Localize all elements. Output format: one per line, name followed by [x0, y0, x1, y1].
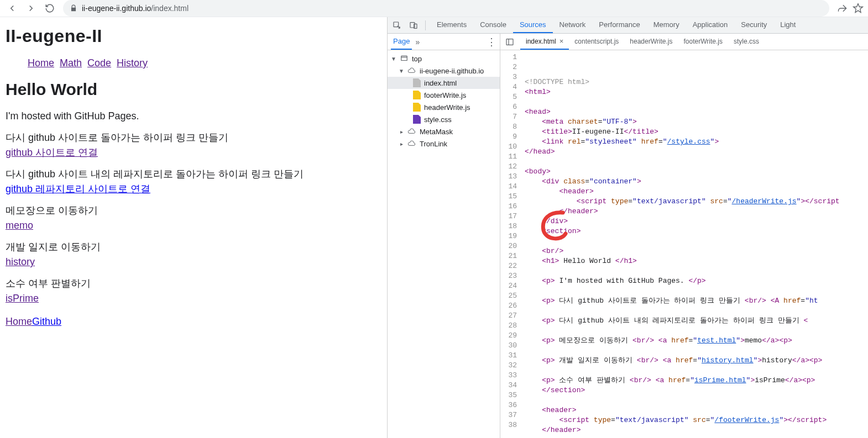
- tree-file-label: footerWrite.js: [424, 91, 466, 99]
- nav-link-history[interactable]: History: [117, 57, 148, 68]
- editor-tab[interactable]: index.html×: [520, 34, 569, 50]
- tree-extension[interactable]: ▸TronLink: [388, 138, 500, 150]
- device-icon[interactable]: [406, 19, 421, 32]
- navigator-more-icon[interactable]: »: [415, 38, 420, 46]
- file-icon: [413, 78, 421, 87]
- tree-domain[interactable]: ▼ ii-eugene-ii.github.io: [388, 65, 500, 77]
- page-nav: HomeMathCodeHistory: [28, 57, 381, 69]
- section-text: 개발 일지로 이동하기history: [6, 240, 381, 270]
- tree-extension[interactable]: ▸MetaMask: [388, 125, 500, 138]
- url-text: ii-eugene-ii.github.io/index.html: [82, 4, 823, 13]
- lock-icon: [70, 4, 77, 12]
- editor-tab[interactable]: footerWrite.js: [678, 34, 728, 50]
- back-button[interactable]: [4, 1, 20, 16]
- cloud-icon: [407, 127, 416, 136]
- svg-rect-4: [506, 39, 513, 45]
- sources-navigator: Page » ⋮ ▼ top ▼: [388, 34, 500, 438]
- frame-icon: [400, 54, 409, 63]
- devtools-tab-light[interactable]: Light: [773, 17, 802, 33]
- tree-top[interactable]: ▼ top: [388, 52, 500, 65]
- inspect-icon[interactable]: [390, 19, 404, 32]
- address-bar[interactable]: ii-eugene-ii.github.io/index.html: [63, 0, 829, 17]
- tree-domain-label: ii-eugene-ii.github.io: [420, 67, 484, 75]
- forward-button[interactable]: [23, 1, 39, 16]
- file-tree: ▼ top ▼ ii-eugene-ii.github.io index.htm…: [388, 50, 500, 438]
- file-icon: [413, 103, 421, 112]
- section-link[interactable]: history: [6, 256, 35, 267]
- devtools-tab-network[interactable]: Network: [553, 17, 593, 33]
- nav-link-home[interactable]: Home: [28, 57, 54, 68]
- section-link[interactable]: github 레파지토리 사이트로 연결: [6, 183, 150, 194]
- hosted-text: I'm hosted with GitHub Pages.: [6, 109, 381, 124]
- section-text: 소수 여부 판별하기isPrime: [6, 276, 381, 306]
- tree-file-label: index.html: [424, 79, 457, 87]
- devtools: ElementsConsoleSourcesNetworkPerformance…: [387, 17, 868, 438]
- cloud-icon: [407, 66, 416, 75]
- reload-button[interactable]: [42, 1, 57, 16]
- section-link[interactable]: github 사이트로 연결: [6, 147, 98, 158]
- editor-tab[interactable]: headerWrite.js: [624, 34, 678, 50]
- devtools-tab-performance[interactable]: Performance: [592, 17, 646, 33]
- tree-file[interactable]: index.html: [388, 77, 500, 89]
- navigator-menu-icon[interactable]: ⋮: [487, 36, 496, 48]
- nav-link-code[interactable]: Code: [87, 57, 111, 68]
- code-area[interactable]: 1234567891011121314151617181920212223242…: [500, 50, 868, 438]
- navigator-tab-page[interactable]: Page: [391, 34, 412, 50]
- editor-tab[interactable]: contentscript.js: [569, 34, 624, 50]
- editor-tabs: index.html×contentscript.jsheaderWrite.j…: [500, 34, 868, 50]
- cloud-icon: [407, 139, 416, 148]
- svg-rect-3: [401, 56, 407, 60]
- devtools-tab-application[interactable]: Application: [686, 17, 735, 33]
- tree-file-label: headerWrite.js: [424, 103, 470, 112]
- section-text: 다시 github 사이트 내의 레파지토리로 돌아가는 하이퍼 링크 만들기g…: [6, 167, 381, 197]
- tree-file[interactable]: style.css: [388, 113, 500, 125]
- share-icon[interactable]: [837, 3, 848, 14]
- devtools-tab-memory[interactable]: Memory: [647, 17, 686, 33]
- devtools-tab-security[interactable]: Security: [734, 17, 773, 33]
- section-text: 메모장으로 이동하기memo: [6, 203, 381, 233]
- devtools-toolbar: ElementsConsoleSourcesNetworkPerformance…: [388, 17, 868, 34]
- page-heading: Hello World: [6, 80, 381, 99]
- toggle-navigator-icon[interactable]: [504, 36, 516, 48]
- tree-file[interactable]: headerWrite.js: [388, 101, 500, 113]
- source-editor: index.html×contentscript.jsheaderWrite.j…: [500, 34, 868, 438]
- footer-links: HomeGithub: [6, 316, 381, 328]
- line-gutter: 1234567891011121314151617181920212223242…: [500, 50, 521, 438]
- file-icon: [413, 115, 421, 124]
- section-link[interactable]: isPrime: [6, 293, 39, 304]
- devtools-tab-sources[interactable]: Sources: [513, 17, 553, 33]
- page-viewport: II-eugene-II HomeMathCodeHistory Hello W…: [0, 17, 387, 438]
- section-link[interactable]: memo: [6, 220, 33, 231]
- close-icon[interactable]: ×: [560, 37, 564, 45]
- footer-home-link[interactable]: Home: [6, 316, 32, 327]
- file-icon: [413, 91, 421, 99]
- navigator-header: Page » ⋮: [388, 34, 500, 50]
- code-content[interactable]: <!DOCTYPE html><html><head> <meta charse…: [521, 50, 868, 438]
- section-text: 다시 github 사이트로 돌아가는 하이퍼 링크 만들기github 사이트…: [6, 130, 381, 160]
- tree-file[interactable]: footerWrite.js: [388, 89, 500, 101]
- nav-link-math[interactable]: Math: [60, 57, 82, 68]
- tree-file-label: style.css: [424, 115, 452, 124]
- browser-toolbar: ii-eugene-ii.github.io/index.html: [0, 0, 868, 17]
- tree-ext-label: MetaMask: [420, 128, 453, 136]
- editor-tab[interactable]: style.css: [728, 34, 765, 50]
- tree-top-label: top: [412, 55, 422, 63]
- devtools-tab-console[interactable]: Console: [473, 17, 513, 33]
- footer-github-link[interactable]: Github: [32, 316, 61, 327]
- devtools-tab-elements[interactable]: Elements: [430, 17, 473, 33]
- site-title: II-eugene-II: [6, 26, 381, 46]
- star-icon[interactable]: [853, 3, 864, 14]
- tree-ext-label: TronLink: [420, 140, 447, 148]
